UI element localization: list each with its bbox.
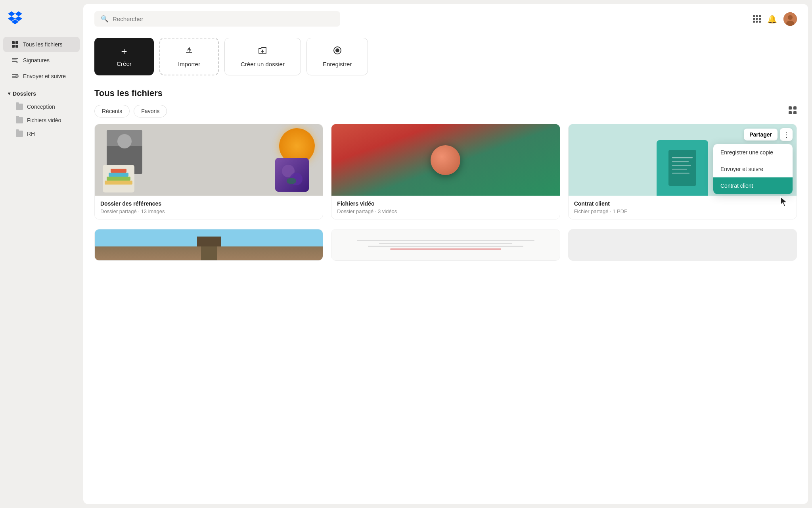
header-right: 🔔 <box>753 12 797 26</box>
svg-point-25 <box>287 178 296 184</box>
svg-rect-26 <box>105 181 132 185</box>
context-menu-item-save-copy[interactable]: Enregistrer une copie <box>713 144 793 161</box>
svg-rect-34 <box>672 169 687 170</box>
section-title: Tous les fichiers <box>83 85 808 105</box>
files-grid-bottom <box>83 229 808 270</box>
share-button[interactable]: Partager <box>744 129 778 140</box>
file-card-partial-3[interactable] <box>568 229 797 261</box>
apps-grid-icon[interactable] <box>753 15 761 23</box>
sidebar-folder-fichiers-video[interactable]: Fichiers vidéo <box>3 114 80 127</box>
notifications-bell-icon[interactable]: 🔔 <box>767 14 777 24</box>
svg-rect-3 <box>15 45 18 48</box>
save-button[interactable]: Enregistrer <box>306 38 368 75</box>
folders-chevron-icon: ▾ <box>8 91 10 96</box>
svg-rect-32 <box>672 161 689 162</box>
file-name-fichiers-video: Fichiers vidéo <box>337 200 554 207</box>
sidebar-folder-fichiers-video-label: Fichiers vidéo <box>27 117 61 123</box>
user-avatar[interactable] <box>783 12 797 26</box>
thumb-stacked-layers <box>103 165 134 192</box>
filter-recents[interactable]: Récents <box>94 105 130 117</box>
svg-point-22 <box>117 134 132 148</box>
action-buttons: + Créer Importer Créer un dossier <box>83 34 808 85</box>
card-actions-contrat: Partager ⋮ <box>744 128 793 141</box>
save-button-label: Enregistrer <box>323 61 352 67</box>
sidebar-item-all-files[interactable]: Tous les fichiers <box>3 37 80 52</box>
search-input[interactable] <box>113 15 334 22</box>
sidebar-folder-conception[interactable]: Conception <box>3 100 80 113</box>
svg-rect-33 <box>672 165 691 166</box>
file-card-partial-1[interactable] <box>94 229 323 261</box>
import-icon <box>184 46 194 57</box>
thumbnail-dossier-refs <box>95 124 323 196</box>
files-grid: Dossier des références Dossier partagé ·… <box>83 124 808 229</box>
svg-rect-18 <box>789 111 792 114</box>
building-roof <box>197 237 221 246</box>
sidebar-item-send-track[interactable]: Envoyer et suivre <box>3 69 80 84</box>
sidebar-item-all-files-label: Tous les fichiers <box>23 41 63 48</box>
svg-rect-35 <box>672 173 689 174</box>
folder-icon-conception <box>16 104 23 110</box>
view-toggle-icon[interactable] <box>788 106 797 117</box>
file-card-dossier-refs[interactable]: Dossier des références Dossier partagé ·… <box>94 124 323 219</box>
svg-rect-9 <box>12 77 17 78</box>
create-icon: + <box>121 46 127 56</box>
svg-rect-4 <box>12 58 18 59</box>
dropbox-logo[interactable] <box>0 10 83 37</box>
import-button-label: Importer <box>178 61 200 67</box>
file-info-contrat-client: Contrat client Fichier partagé · 1 PDF <box>569 196 797 219</box>
create-button[interactable]: + Créer <box>94 38 154 75</box>
svg-rect-8 <box>12 76 16 77</box>
thumb-partial-building <box>95 229 323 260</box>
svg-rect-27 <box>107 177 130 181</box>
context-menu-item-contrat-client[interactable]: Contrat client <box>713 177 793 194</box>
sidebar-item-send-track-label: Envoyer et suivre <box>23 73 66 79</box>
svg-rect-6 <box>12 61 17 62</box>
svg-rect-5 <box>12 60 17 60</box>
doc-line-2 <box>379 243 512 244</box>
svg-rect-17 <box>793 106 797 110</box>
import-button[interactable]: Importer <box>159 38 219 75</box>
svg-rect-16 <box>789 106 792 110</box>
create-folder-button-label: Créer un dossier <box>241 61 285 67</box>
svg-point-12 <box>788 15 793 20</box>
all-files-icon <box>11 40 19 48</box>
file-meta-fichiers-video: Dossier partagé · 3 vidéos <box>337 208 554 214</box>
filter-favoris[interactable]: Favoris <box>134 105 167 117</box>
search-icon: 🔍 <box>101 15 109 23</box>
thumbnail-fichiers-video <box>331 124 559 196</box>
svg-point-15 <box>335 48 339 52</box>
svg-rect-19 <box>793 111 797 114</box>
header: 🔍 🔔 <box>83 4 808 34</box>
building-shape <box>201 246 217 260</box>
svg-rect-30 <box>668 150 696 186</box>
svg-rect-2 <box>12 45 15 48</box>
filter-tabs: Récents Favoris <box>83 105 808 124</box>
svg-rect-0 <box>12 41 15 44</box>
create-folder-icon <box>258 46 267 57</box>
file-card-contrat-client[interactable]: Partager ⋮ Enregistrer une copie Envoyer… <box>568 124 797 219</box>
more-options-button[interactable]: ⋮ <box>780 128 793 141</box>
file-card-fichiers-video[interactable]: Fichiers vidéo Dossier partagé · 3 vidéo… <box>331 124 560 219</box>
doc-line-1 <box>357 240 534 241</box>
folders-section-header[interactable]: ▾ Dossiers <box>0 84 83 100</box>
thumb-partial-doc <box>331 229 559 260</box>
svg-point-10 <box>16 75 18 77</box>
svg-rect-28 <box>109 173 128 177</box>
filter-group: Récents Favoris <box>94 105 167 117</box>
doc-line-4 <box>390 248 501 250</box>
svg-rect-29 <box>111 169 126 173</box>
sidebar-folder-rh[interactable]: RH <box>3 127 80 140</box>
context-menu-item-send-track[interactable]: Envoyer et suivre <box>713 161 793 177</box>
folder-icon-rh <box>16 131 23 137</box>
svg-rect-31 <box>672 157 693 158</box>
create-folder-button[interactable]: Créer un dossier <box>224 38 301 75</box>
save-icon <box>333 46 342 57</box>
sidebar-item-signatures[interactable]: Signatures <box>3 53 80 68</box>
svg-rect-1 <box>15 41 18 44</box>
file-name-dossier-refs: Dossier des références <box>100 200 317 207</box>
search-bar[interactable]: 🔍 <box>94 11 340 27</box>
create-button-label: Créer <box>117 60 132 67</box>
file-info-dossier-refs: Dossier des références Dossier partagé ·… <box>95 196 323 219</box>
file-card-partial-2[interactable] <box>331 229 560 261</box>
folders-section-label: Dossiers <box>13 90 36 97</box>
